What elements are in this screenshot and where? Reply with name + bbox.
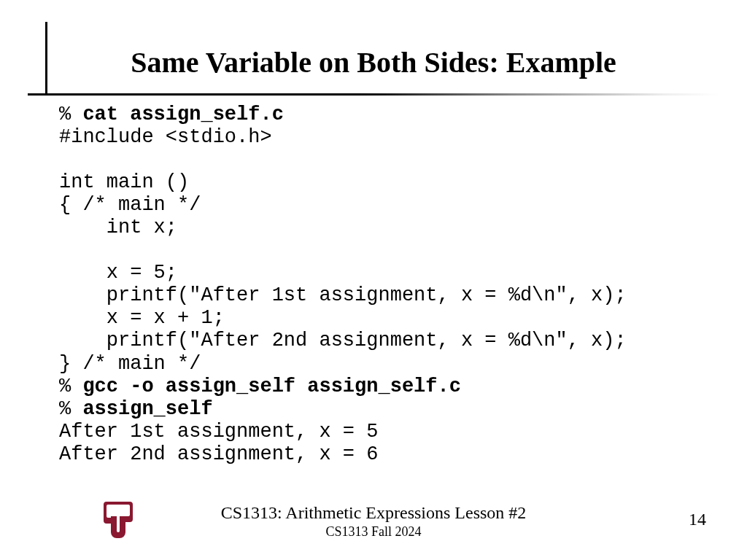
footer-course-title: CS1313: Arithmetic Expressions Lesson #2	[0, 503, 747, 523]
horizontal-rule	[28, 93, 719, 96]
code-line: %	[59, 376, 82, 397]
code-line: After 2nd assignment, x = 6	[59, 443, 378, 465]
slide-title: Same Variable on Both Sides: Example	[0, 45, 747, 79]
slide: Same Variable on Both Sides: Example % c…	[0, 0, 747, 560]
code-line: int main ()	[59, 171, 189, 193]
code-block: % cat assign_self.c #include <stdio.h> i…	[59, 104, 718, 466]
code-line: printf("After 2nd assignment, x = %d\n",…	[59, 330, 627, 351]
code-line: { /* main */	[59, 194, 201, 216]
code-line: } /* main */	[59, 353, 201, 375]
code-line: %	[59, 398, 82, 420]
code-line: printf("After 1st assignment, x = %d\n",…	[59, 284, 627, 306]
code-line: int x;	[59, 217, 177, 238]
code-line: x = x + 1;	[59, 307, 225, 329]
code-line: x = 5;	[59, 262, 177, 284]
code-line: %	[59, 104, 82, 125]
page-number: 14	[689, 510, 706, 529]
code-command: assign_self	[82, 398, 212, 420]
code-command: cat assign_self.c	[82, 104, 283, 125]
code-command: gcc -o assign_self assign_self.c	[82, 376, 460, 397]
code-line: #include <stdio.h>	[59, 126, 272, 148]
slide-footer: CS1313: Arithmetic Expressions Lesson #2…	[0, 503, 747, 540]
code-line: After 1st assignment, x = 5	[59, 421, 378, 443]
footer-term: CS1313 Fall 2024	[0, 524, 747, 540]
